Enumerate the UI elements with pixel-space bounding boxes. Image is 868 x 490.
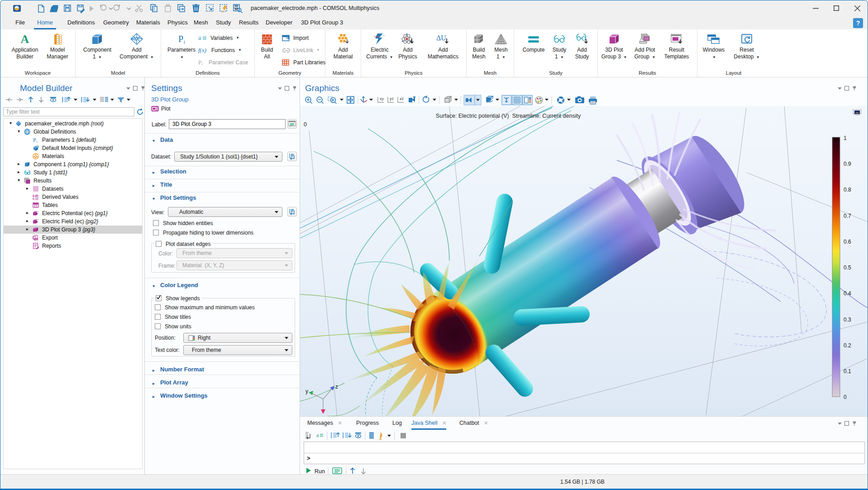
svg-text:y: y <box>305 388 308 394</box>
svg-text:i: i <box>184 39 185 45</box>
svg-text:e-12: e-12 <box>33 197 38 200</box>
svg-text:0.2: 0.2 <box>844 342 851 349</box>
svg-text:i: i <box>37 140 38 143</box>
svg-text:1: 1 <box>844 135 847 141</box>
svg-text:0.6: 0.6 <box>844 239 851 245</box>
svg-text:0.9: 0.9 <box>844 161 851 167</box>
svg-text:P: P <box>33 137 36 143</box>
svg-text:0: 0 <box>304 121 307 128</box>
svg-text:yz: yz <box>390 96 394 101</box>
svg-text:z: z <box>335 384 338 390</box>
svg-text:P: P <box>178 34 183 44</box>
svg-text:0.3: 0.3 <box>844 317 851 323</box>
svg-text:0.4: 0.4 <box>844 290 851 297</box>
svg-text:A: A <box>21 33 29 45</box>
svg-text:xy: xy <box>380 96 384 101</box>
svg-text:+: + <box>374 34 376 38</box>
svg-text:f(x): f(x) <box>198 47 206 53</box>
svg-text:i: i <box>202 62 203 66</box>
svg-text:P: P <box>198 59 201 66</box>
svg-text:101: 101 <box>34 238 38 241</box>
svg-text:a: a <box>316 432 319 438</box>
svg-text:xz: xz <box>400 96 404 101</box>
svg-text:Run: Run <box>315 468 325 475</box>
svg-text:0: 0 <box>844 394 847 400</box>
svg-text:0.7: 0.7 <box>844 213 851 219</box>
svg-text:0.8: 0.8 <box>844 187 851 193</box>
svg-text:0.1: 0.1 <box>844 368 851 375</box>
svg-text:0.5: 0.5 <box>844 264 851 271</box>
svg-text:ΔU: ΔU <box>436 34 446 42</box>
svg-text:−: − <box>383 34 385 38</box>
svg-text:Surface: Electric potential (V: Surface: Electric potential (V) Streamli… <box>436 113 581 119</box>
svg-text:a: a <box>198 34 201 41</box>
